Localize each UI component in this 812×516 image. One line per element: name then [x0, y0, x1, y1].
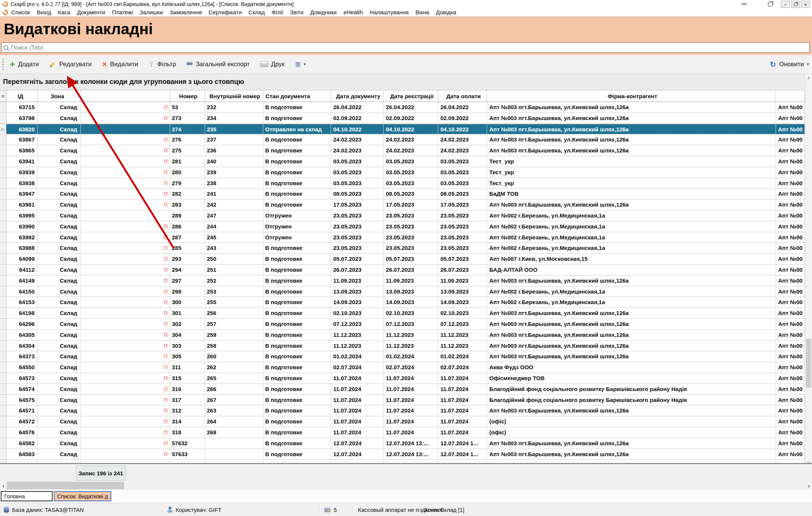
view-options-button[interactable]: ≣ ▾	[295, 61, 306, 67]
mdi-close-button[interactable]: ×	[801, 1, 810, 8]
table-row[interactable]: 64149СкладП297252В подготовке11.09.20231…	[0, 276, 805, 286]
scroll-up-icon[interactable]: ∧	[805, 74, 812, 81]
table-row[interactable]: 63941СкладП281240В подготовке03.05.20230…	[0, 156, 805, 167]
cell: 64149	[6, 276, 38, 286]
search-input[interactable]: Поиск (Tab)	[1, 43, 810, 53]
menu-item-Склад[interactable]: Склад	[245, 9, 268, 15]
cell	[205, 460, 263, 463]
cell: 23.05.2023	[384, 232, 438, 243]
cell: П	[81, 265, 170, 275]
toolbar-grip[interactable]	[2, 58, 5, 70]
table-row[interactable]: 64582СкладП57632В подготовке12.07.202412…	[0, 438, 805, 449]
cell	[0, 460, 6, 463]
table-row[interactable]: 64583СкладП57633В подготовке12.07.202412…	[0, 449, 805, 460]
column-header-Зона[interactable]: Зона	[38, 90, 81, 102]
table-row[interactable]: 64576СкладП318268В подготовке11.07.20241…	[0, 427, 805, 438]
menu-item-Каса[interactable]: Каса	[55, 9, 74, 15]
column-header-Стан документа[interactable]: Стан документа	[263, 90, 331, 102]
table-row[interactable]: 64305СкладП304259В подготовке11.12.20231…	[0, 330, 805, 341]
table-row[interactable]: 63981СкладП283242В подготовке17.05.20231…	[0, 199, 805, 210]
mdi-restore-button[interactable]	[791, 1, 800, 8]
menu-item-Платежі[interactable]: Платежі	[109, 9, 137, 15]
menu-item-Залишки[interactable]: Залишки	[137, 9, 167, 15]
print-button[interactable]: Друк	[260, 61, 285, 68]
vertical-scroll-thumb[interactable]	[806, 339, 811, 388]
column-header-col0[interactable]: ≣	[0, 90, 6, 102]
table-row[interactable]: 63995Склад289247Отгружен23.05.202323.05.…	[0, 210, 805, 221]
table-row[interactable]: 64373СкладП305260В подготовке01.02.20240…	[0, 351, 805, 362]
table-row[interactable]: 64198СкладП301256В подготовке02.10.20230…	[0, 308, 805, 319]
refresh-label: Оновити	[779, 61, 804, 68]
table-row[interactable]: 64150СкладП298253В подготовке13.09.20231…	[0, 286, 805, 297]
edit-button[interactable]: Редагувати	[49, 61, 91, 68]
table-row[interactable]: 64575СкладП317267В подготовке11.07.20241…	[0, 395, 805, 406]
menu-item-Довідка[interactable]: Довідка	[433, 9, 460, 15]
cell: 11.07.2024	[384, 405, 438, 416]
table-row[interactable]: 64296СкладП302257В подготовке07.12.20230…	[0, 319, 805, 330]
menu-item-Вихід[interactable]: Вихід	[33, 9, 55, 15]
table-row[interactable]: ▷63820Склад274235Отправлен на склад04.10…	[0, 124, 805, 135]
column-header-Фірма-контрагент[interactable]: Фірма-контрагент	[487, 90, 776, 102]
menu-item-Сертифікати[interactable]: Сертифікати	[205, 9, 245, 15]
table-row[interactable]: 64574СкладП316266В подготовке11.07.20241…	[0, 384, 805, 395]
table-row[interactable]: 63939СкладП280239В подготовке03.05.20230…	[0, 167, 805, 178]
horizontal-scroll-thumb[interactable]	[7, 482, 124, 489]
menu-item-Документи[interactable]: Документи	[74, 9, 109, 15]
table-row[interactable]: 63798СкладП273234В подготовке02.09.20220…	[0, 113, 805, 124]
table-row[interactable]: 64112СкладП294251В подготовке26.07.20232…	[0, 265, 805, 276]
column-header-Дата документу[interactable]: Дата документу	[331, 90, 384, 102]
menu-item-Замовлення[interactable]: Замовлення	[166, 9, 205, 15]
cell: БаДМ ТОВ	[487, 189, 776, 199]
column-header-col3[interactable]	[81, 90, 170, 102]
tab-list-documents[interactable]: Список: Видаткові д ...	[54, 491, 111, 501]
table-row[interactable]: 63990СкладП286244Отгружен23.05.202323.05…	[0, 221, 805, 232]
column-header-Внутрішній номер[interactable]: Внутрішній номер	[205, 90, 263, 102]
table-row[interactable]: 64573СкладП315265В подготовке11.07.20241…	[0, 373, 805, 384]
scroll-left-icon[interactable]: ‹	[0, 481, 7, 490]
vertical-scrollbar[interactable]: ∧ ∨	[805, 74, 812, 467]
restore-button[interactable]	[757, 0, 783, 8]
minimize-button[interactable]	[731, 0, 757, 8]
menu-item-Звіти[interactable]: Звіти	[287, 9, 307, 15]
filter-button[interactable]: Фільтр	[149, 61, 176, 68]
table-row[interactable]: 64572СкладП314264В подготовке11.07.20241…	[0, 416, 805, 427]
delete-button[interactable]: × Видалити	[102, 61, 138, 68]
table-row[interactable]: 63715СкладП53232В подготовке26.04.202226…	[0, 102, 805, 113]
cell: 268	[205, 427, 263, 438]
column-header-Номер[interactable]: Номер	[170, 90, 205, 102]
export-button[interactable]: Загальний експорт	[187, 61, 250, 68]
menu-item-Список[interactable]: Список	[8, 9, 33, 15]
menu-item-eHealth[interactable]: eHealth	[340, 9, 366, 15]
menu-item-Вікна[interactable]: Вікна	[412, 9, 433, 15]
table-row[interactable]: 63938СкладП279238В подготовке03.05.20230…	[0, 178, 805, 189]
tab-home[interactable]: Головна	[1, 491, 53, 501]
cell: 63798	[6, 113, 38, 123]
mdi-minimize-button[interactable]: –	[781, 1, 790, 8]
menu-item-Налаштування[interactable]: Налаштування	[366, 9, 412, 15]
table-row[interactable]: 64304СкладП303258В подготовке11.12.20231…	[0, 341, 805, 352]
table-row[interactable]: 63867СкладП276237В подготовке24.02.20232…	[0, 134, 805, 145]
cell: 03.05.2023	[438, 178, 487, 189]
cell: 312	[170, 405, 205, 416]
cell: Склад	[38, 373, 81, 384]
cell: Склад	[38, 395, 81, 405]
table-row[interactable]: 64153СкладП300255В подготовке14.09.20231…	[0, 297, 805, 308]
table-row[interactable]: 63947СкладП282241В подготовке08.05.20230…	[0, 189, 805, 199]
table-row[interactable]: 63988СкладП285243В подготовке23.05.20232…	[0, 243, 805, 254]
table-row[interactable]: 63992СкладП287245Отгружен23.05.202323.05…	[0, 232, 805, 243]
column-header-Дата реєстрації[interactable]: Дата реєстрації	[384, 90, 438, 102]
refresh-button[interactable]: ↻ Оновити ▾	[770, 61, 809, 68]
column-header-col11[interactable]	[776, 90, 805, 102]
table-row[interactable]: 64571СкладП312263В подготовке11.07.20241…	[0, 405, 805, 416]
horizontal-scrollbar[interactable]: ‹ ›	[0, 481, 812, 490]
table-row[interactable]: 64099СкладП293250В подготовке05.07.20230…	[0, 254, 805, 265]
table-row[interactable]: 64550СкладП311262В подготовке02.07.20240…	[0, 362, 805, 373]
column-header-ІД[interactable]: ІД	[6, 90, 38, 102]
cell: 14.09.2023	[438, 297, 487, 307]
add-button[interactable]: + Додати	[10, 61, 39, 68]
menu-item-Філії[interactable]: Філії	[268, 9, 287, 15]
scroll-right-icon[interactable]: ›	[805, 481, 812, 490]
menu-item-Довідники[interactable]: Довідники	[307, 9, 340, 15]
column-header-Дата оплати[interactable]: Дата оплати	[438, 90, 487, 102]
table-row[interactable]: 63865СкладП275236В подготовке24.02.20232…	[0, 145, 805, 156]
